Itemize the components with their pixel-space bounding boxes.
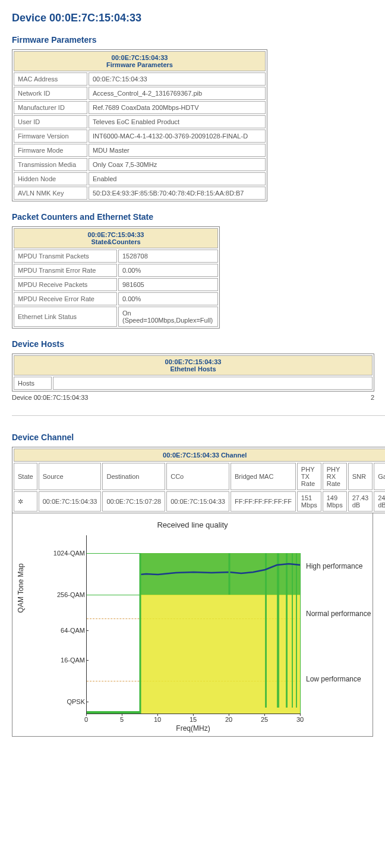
- cell-value: Only Coax 7,5-30MHz: [89, 158, 266, 171]
- col-cco: CCo: [166, 463, 229, 490]
- firmware-table-header: 00:0E:7C:15:04:33 Firmware Parameters: [14, 51, 266, 71]
- cell-label: Firmware Version: [14, 130, 87, 143]
- hosts-header-sub: Ethetnel Hosts: [18, 365, 368, 373]
- channel-table-header: 00:0E:7C:15:04:33 Channel: [14, 449, 385, 462]
- cell-label: User ID: [14, 115, 87, 128]
- cell-value: 0.00%: [118, 292, 218, 305]
- cell-gain: 24 dB: [374, 491, 385, 512]
- xtick-5: 5: [120, 716, 124, 723]
- table-row: AVLN NMK Key50:D3:E4:93:3F:85:5B:70:40:7…: [14, 187, 266, 200]
- cell-value: Enabled: [89, 172, 266, 185]
- col-bridged-mac: Bridged MAC: [231, 463, 296, 490]
- cell-phy-tx: 151 Mbps: [297, 491, 321, 512]
- channel-columns: State Source Destination CCo Bridged MAC…: [14, 463, 385, 490]
- cell-source: 00:0E:7C:15:04:33: [39, 491, 102, 512]
- counters-header-mac: 00:0E:7C:15:04:33: [18, 231, 214, 238]
- ytick-1024qam: 1024-QAM: [39, 550, 85, 557]
- footer-device: Device 00:0E:7C:15:04:33: [12, 394, 88, 401]
- cell-value: 1528708: [118, 250, 218, 263]
- divider: [12, 415, 385, 416]
- hosts-row-label: Hosts: [14, 377, 52, 390]
- green-stripe: [292, 553, 293, 708]
- table-row: Manufacturer IDRef.7689 CoaxData 200Mbps…: [14, 101, 266, 114]
- page-footer: Device 00:0E:7C:15:04:33 2: [12, 392, 374, 403]
- cell-cco: 00:0E:7C:15:04:33: [166, 491, 229, 512]
- cell-snr: 27.43 dB: [348, 491, 373, 512]
- col-phy-rx: PHY RX Rate: [323, 463, 347, 490]
- table-row: Firmware ModeMDU Master: [14, 144, 266, 157]
- cell-label: MAC Address: [14, 72, 87, 86]
- footer-page-number: 2: [371, 394, 374, 401]
- table-row: Transmission MediaOnly Coax 7,5-30MHz: [14, 158, 266, 171]
- hosts-header-mac: 00:0E:7C:15:04:33: [18, 358, 368, 365]
- xtick-20: 20: [225, 716, 232, 723]
- counters-heading: Packet Counters and Ethernet State: [12, 212, 385, 222]
- line-quality-chart: Received line quality QAM Tone Map 1024-…: [12, 513, 373, 737]
- firmware-header-sub: Firmware Parameters: [18, 61, 261, 68]
- xtick-0: 0: [84, 716, 88, 723]
- cell-label: MPDU Receive Error Rate: [14, 292, 117, 305]
- firmware-header-mac: 00:0E:7C:15:04:33: [18, 54, 261, 61]
- counters-header-sub: State&Counters: [18, 238, 214, 245]
- col-state: State: [14, 463, 37, 490]
- cell-label: Transmission Media: [14, 158, 87, 171]
- green-stripe: [265, 553, 267, 708]
- cell-label: MPDU Transmit Packets: [14, 250, 117, 263]
- hosts-heading: Device Hosts: [12, 339, 385, 349]
- cell-label: Manufacturer ID: [14, 101, 87, 114]
- cell-bridged-mac: FF:FF:FF:FF:FF:FF: [231, 491, 296, 512]
- table-row: Ethernet Link StatusOn (Speed=100Mbps,Du…: [14, 307, 218, 327]
- table-row: MPDU Receive Packets981605: [14, 278, 218, 291]
- plot-area: [86, 535, 301, 714]
- green-stripe: [277, 553, 279, 708]
- cell-value: 00:0E:7C:15:04:33: [89, 72, 266, 86]
- band-normal: Normal performance: [306, 610, 371, 618]
- cell-value: Televes EoC Enabled Product: [89, 115, 266, 128]
- xtick-10: 10: [154, 716, 161, 723]
- firmware-table: 00:0E:7C:15:04:33 Firmware Parameters MA…: [12, 49, 267, 201]
- table-row: User IDTeleves EoC Enabled Product: [14, 115, 266, 128]
- col-destination: Destination: [102, 463, 165, 490]
- table-row: Firmware VersionINT6000-MAC-4-1-4132-00-…: [14, 130, 266, 143]
- table-row: MPDU Receive Error Rate0.00%: [14, 292, 218, 305]
- cell-label: MPDU Transmit Error Rate: [14, 264, 117, 277]
- state-ok-icon: ✲: [14, 491, 37, 512]
- cell-value: 981605: [118, 278, 218, 291]
- cell-label: AVLN NMK Key: [14, 187, 87, 200]
- table-row: Network IDAccess_Control_4-2_1316769367.…: [14, 87, 266, 100]
- hosts-table-header: 00:0E:7C:15:04:33 Ethetnel Hosts: [14, 355, 373, 375]
- ytick-qpsk: QPSK: [39, 698, 85, 705]
- green-stripe: [296, 553, 297, 708]
- page-title: Device 00:0E:7C:15:04:33: [12, 12, 385, 24]
- channel-heading: Device Channel: [12, 433, 385, 442]
- table-row: Hidden NodeEnabled: [14, 172, 266, 185]
- counters-table-header: 00:0E:7C:15:04:33 State&Counters: [14, 228, 218, 248]
- table-row: MAC Address00:0E:7C:15:04:33: [14, 72, 266, 86]
- cell-label: Hidden Node: [14, 172, 87, 185]
- xtick-30: 30: [296, 716, 304, 723]
- cell-value: On (Speed=100Mbps,Duplex=Full): [118, 307, 218, 327]
- cell-value: 50:D3:E4:93:3F:85:5B:70:40:78:4D:F8:15:A…: [89, 187, 266, 200]
- cell-value: Access_Control_4-2_1316769367.pib: [89, 87, 266, 100]
- chart-title: Received line quality: [15, 520, 370, 529]
- cell-value: 0.00%: [118, 264, 218, 277]
- xtick-25: 25: [261, 716, 268, 723]
- channel-table: 00:0E:7C:15:04:33 Channel State Source D…: [12, 447, 385, 513]
- table-row: MPDU Transmit Error Rate0.00%: [14, 264, 218, 277]
- hosts-table: 00:0E:7C:15:04:33 Ethetnel Hosts Hosts: [12, 353, 374, 392]
- hosts-row-value: [53, 377, 373, 390]
- cell-value: Ref.7689 CoaxData 200Mbps-HDTV: [89, 101, 266, 114]
- band-low: Low performance: [306, 675, 361, 683]
- cell-value: MDU Master: [89, 144, 266, 157]
- band-high: High performance: [306, 562, 362, 570]
- chart-y-label: QAM Tone Map: [17, 563, 25, 613]
- table-row: Hosts: [14, 377, 373, 390]
- channel-row: ✲ 00:0E:7C:15:04:33 00:0E:7C:15:07:28 00…: [14, 491, 385, 512]
- chart-x-label: Freq(MHz): [86, 724, 300, 733]
- col-gain: Gain: [374, 463, 385, 490]
- xtick-15: 15: [190, 716, 197, 723]
- table-row: MPDU Transmit Packets1528708: [14, 250, 218, 263]
- green-stripe: [286, 553, 288, 708]
- cell-label: Network ID: [14, 87, 87, 100]
- col-phy-tx: PHY TX Rate: [297, 463, 321, 490]
